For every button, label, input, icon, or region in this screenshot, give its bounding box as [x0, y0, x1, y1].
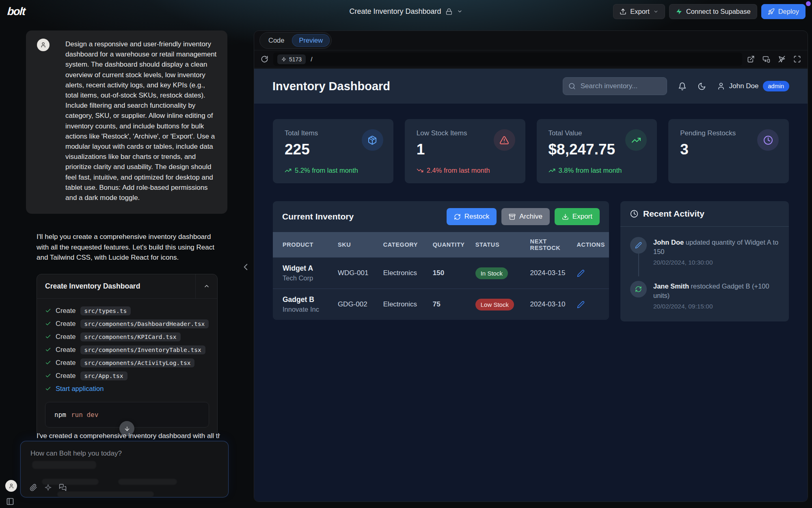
chat-input-box [20, 441, 229, 497]
step-file[interactable]: src/components/DashboardHeader.tsx [80, 319, 209, 328]
inventory-table: Product SKU Category Quantity Status Nex… [273, 232, 609, 320]
task-card: Create Inventory Dashboard Create src/ty… [37, 274, 218, 436]
category-cell: Electronics [379, 289, 429, 320]
project-title-menu[interactable]: Create Inventory Dashboard [349, 7, 462, 16]
command-args: run dev [71, 411, 98, 419]
restock-button[interactable]: Restock [447, 208, 497, 225]
tab-preview[interactable]: Preview [292, 34, 330, 47]
check-icon [45, 360, 51, 366]
chat-input-toolbar [30, 484, 67, 491]
column-actions: Actions [573, 232, 609, 258]
address-input[interactable]: 5173 / [273, 52, 742, 66]
start-application-link[interactable]: Start application [56, 385, 104, 393]
column-status: Status [471, 232, 526, 258]
command-name: npm [54, 411, 66, 419]
trending-up-icon [625, 129, 647, 151]
archive-icon [509, 213, 516, 220]
chat-panel: Design a responsive and user-friendly in… [26, 30, 227, 436]
alert-triangle-icon [494, 129, 515, 151]
supabase-label: Connect to Supabase [686, 8, 751, 15]
workbench-panel: Code Preview 5173 / Invent [254, 30, 808, 502]
paperclip-icon[interactable] [30, 484, 37, 491]
inventory-title: Current Inventory [282, 212, 354, 221]
sku-cell: GDG-002 [334, 289, 379, 320]
list-item: Jane Smith restocked Gadget B (+100 unit… [630, 281, 779, 310]
column-category: Category [379, 232, 429, 258]
step-file[interactable]: src/types.ts [80, 306, 131, 315]
check-icon [45, 321, 51, 327]
responsive-devices-icon[interactable] [762, 55, 770, 63]
project-title: Create Inventory Dashboard [349, 7, 441, 16]
chat-bubbles-icon[interactable] [59, 484, 67, 491]
chevron-down-icon [457, 9, 463, 14]
redacted-text [57, 491, 154, 497]
sidebar-toggle[interactable] [6, 496, 14, 506]
step-file[interactable]: src/App.tsx [80, 371, 127, 380]
step-file[interactable]: src/components/ActivityLog.tsx [80, 358, 195, 367]
connect-supabase-button[interactable]: Connect to Supabase [669, 4, 757, 19]
quantity-cell[interactable]: 75 [429, 289, 471, 320]
deploy-button[interactable]: Deploy [761, 4, 806, 19]
preview-url-bar: 5173 / [254, 50, 808, 68]
check-icon [45, 308, 51, 314]
export-button[interactable]: Export [613, 4, 665, 19]
export-csv-button[interactable]: Export [555, 208, 600, 225]
user-avatar [37, 39, 50, 51]
status-badge: In Stock [475, 267, 508, 279]
bell-icon[interactable] [678, 82, 687, 91]
trending-down-icon [417, 167, 423, 174]
chevron-left-icon [240, 262, 251, 272]
column-product: Product [273, 232, 334, 258]
supabase-bolt-icon [676, 8, 682, 15]
notification-dot [806, 1, 811, 6]
collapse-chat-button[interactable] [240, 260, 251, 273]
clock-icon [757, 129, 779, 151]
fullscreen-icon[interactable] [793, 55, 801, 63]
redacted-text [118, 479, 177, 485]
step-file[interactable]: src/components/KPICard.tsx [80, 332, 181, 341]
bolt-logo[interactable]: bolt [7, 5, 26, 18]
step-action: Create [56, 307, 76, 315]
inventory-search [563, 77, 667, 95]
user-message: Design a responsive and user-friendly in… [26, 30, 227, 214]
port-pill[interactable]: 5173 [277, 54, 306, 64]
sparkles-icon[interactable] [44, 484, 52, 491]
search-icon [568, 82, 576, 90]
list-item: John Doe updated quantity of Widget A to… [630, 237, 779, 266]
view-toggle: Code Preview [259, 32, 332, 49]
chevron-down-icon [653, 9, 659, 14]
preview-viewport: Inventory Dashboard John Doe admin [254, 69, 808, 501]
recent-activity-card: Recent Activity John Doe updated quantit… [620, 201, 789, 321]
dashboard-main-row: Current Inventory Restock Archive [273, 201, 789, 321]
open-external-icon[interactable] [747, 55, 755, 63]
inspector-cursor-icon[interactable] [778, 55, 786, 63]
archive-button[interactable]: Archive [501, 208, 550, 225]
column-sku: SKU [334, 232, 379, 258]
edit-pencil-icon[interactable] [577, 301, 585, 308]
activity-text: John Doe updated quantity of Widget A to… [653, 237, 779, 256]
download-icon [562, 213, 569, 220]
kpi-delta: 3.8% from last month [549, 167, 646, 174]
quantity-cell[interactable]: 150 [429, 258, 471, 289]
top-bar: bolt Create Inventory Dashboard Export C… [0, 0, 812, 23]
sku-cell: WDG-001 [334, 258, 379, 289]
task-card-header: Create Inventory Dashboard [37, 274, 217, 299]
check-icon [45, 386, 51, 392]
search-input[interactable] [580, 82, 671, 91]
collapse-card-button[interactable] [195, 274, 217, 298]
reload-icon[interactable] [261, 55, 268, 63]
start-application-step: Start application [45, 382, 209, 395]
tab-code[interactable]: Code [261, 34, 291, 47]
dashboard-title: Inventory Dashboard [272, 80, 390, 93]
step-action: Create [56, 359, 76, 367]
account-avatar[interactable] [5, 480, 17, 492]
user-menu[interactable]: John Doe admin [717, 81, 789, 91]
activity-timestamp: 20/02/2024, 10:30:00 [653, 259, 779, 266]
kpi-delta-text: 5.2% from last month [295, 167, 358, 174]
step-file[interactable]: src/components/InventoryTable.tsx [80, 345, 205, 354]
dark-mode-toggle-icon[interactable] [698, 82, 706, 91]
deploy-label: Deploy [778, 8, 799, 15]
edit-pencil-icon[interactable] [577, 269, 585, 277]
export-label: Export [630, 8, 650, 15]
kpi-total-value: Total Value $8,247.75 3.8% from last mon… [537, 119, 657, 183]
